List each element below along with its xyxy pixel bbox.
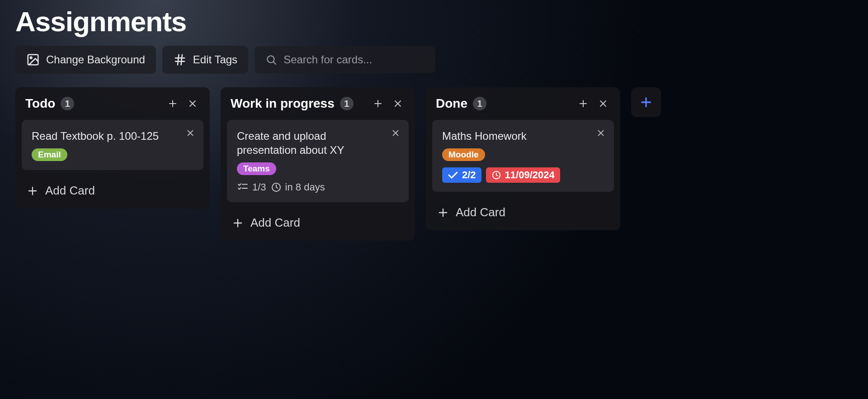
column-close-button[interactable] [391,96,405,111]
card-meta: 1/3 in 8 days [237,181,399,193]
svg-line-5 [181,55,182,65]
search-field[interactable] [255,46,435,73]
plus-icon [437,206,449,219]
clock-icon [491,170,501,180]
tag-moodle[interactable]: Moodle [442,148,485,161]
close-icon [392,98,403,109]
change-background-button[interactable]: Change Background [15,46,156,74]
close-icon [185,128,195,138]
close-icon [391,128,401,138]
add-card-button[interactable]: Add Card [22,176,203,202]
card[interactable]: Maths Homework Moodle 2/2 11/09/2024 [432,120,614,192]
card-title: Maths Homework [442,129,604,143]
card-title: Create and upload presentation about XY [237,129,399,157]
toolbar: Change Background Edit Tags [0,46,868,87]
column-header: Done 1 [432,95,614,114]
close-icon [596,128,606,138]
svg-point-6 [267,56,274,62]
plus-icon [639,95,653,109]
column-header: Todo 1 [22,95,203,114]
checklist-count: 1/3 [252,181,266,193]
column-header: Work in progress 1 [227,95,409,114]
card-tags: Moodle [442,148,604,161]
due-indicator: in 8 days [271,181,325,193]
column-add-button[interactable] [165,96,180,111]
change-background-label: Change Background [46,53,145,66]
hash-icon [173,53,187,66]
add-card-button[interactable]: Add Card [227,208,409,234]
column-close-button[interactable] [185,96,200,111]
card-close-button[interactable] [596,128,606,138]
svg-line-7 [274,62,276,64]
column-title[interactable]: Done [436,96,467,111]
plus-icon [373,98,383,109]
column-count-badge: 1 [61,97,74,110]
column-title[interactable]: Todo [25,96,55,111]
search-input[interactable] [283,53,425,66]
plus-icon [231,217,244,229]
column-add-button[interactable] [576,96,590,111]
add-card-label: Add Card [250,216,300,230]
close-icon [598,98,609,109]
column-todo: Todo 1 Read Textbook p. 100-125 [15,87,210,209]
column-title[interactable]: Work in progress [231,96,335,111]
card-tags: Teams [237,162,399,175]
svg-line-4 [178,55,179,65]
check-icon [448,170,458,180]
board-title: Assignments [0,0,868,46]
due-date-pill: 11/09/2024 [486,167,560,183]
card-close-button[interactable] [185,128,195,138]
due-date-label: 11/09/2024 [505,169,555,181]
search-icon [265,54,277,66]
edit-tags-label: Edit Tags [193,53,237,66]
card[interactable]: Read Textbook p. 100-125 Email [22,120,203,170]
column-wip: Work in progress 1 Create and upload pre… [221,87,415,241]
card-title: Read Textbook p. 100-125 [32,129,193,143]
checklist-icon [237,181,249,193]
add-column-button[interactable] [631,87,661,117]
column-count-badge: 1 [340,97,354,110]
column-count-badge: 1 [473,97,486,110]
card-close-button[interactable] [391,128,401,138]
checklist-count: 2/2 [462,169,476,181]
plus-icon [578,98,589,109]
close-icon [187,98,198,109]
clock-icon [271,182,282,193]
card-tags: Email [32,148,193,161]
add-card-label: Add Card [45,184,95,198]
plus-icon [26,185,39,197]
due-label: in 8 days [285,181,325,193]
column-add-button[interactable] [371,96,385,111]
plus-icon [167,98,178,109]
card-meta: 2/2 11/09/2024 [442,167,604,183]
card[interactable]: Create and upload presentation about XY … [227,120,409,202]
edit-tags-button[interactable]: Edit Tags [162,46,248,74]
tag-email[interactable]: Email [32,148,67,161]
add-card-button[interactable]: Add Card [432,197,614,224]
column-close-button[interactable] [596,96,610,111]
image-icon [26,53,40,66]
checklist-indicator: 1/3 [237,181,266,193]
columns-container: Todo 1 Read Textbook p. 100-125 [0,87,868,259]
tag-teams[interactable]: Teams [237,162,276,175]
column-done: Done 1 Maths Homework Mood [426,87,620,230]
checklist-complete-pill: 2/2 [442,167,481,183]
svg-point-1 [30,57,32,59]
add-card-label: Add Card [456,205,505,219]
